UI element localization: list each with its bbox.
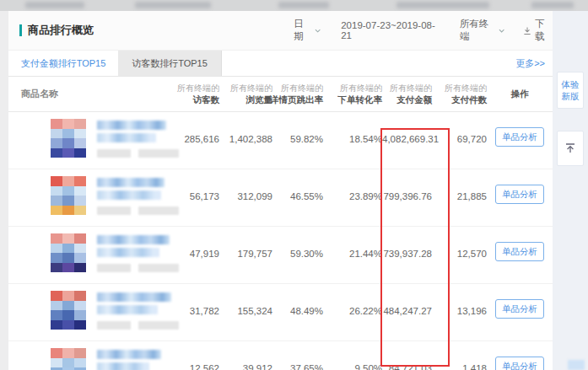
single-item-analysis-button[interactable]: 单品分析 [495,357,544,370]
page-title: 商品排行概览 [28,23,94,38]
product-thumbnail-blurred [51,176,86,215]
tabs-row: 支付金额排行TOP15 访客数排行TOP15 更多>> [8,51,553,77]
redacted-product-title-line2 [97,362,149,370]
product-info [97,292,179,330]
clipped-blob [135,2,211,8]
more-link[interactable]: 更多>> [515,51,545,76]
page-left-gutter [0,11,8,370]
bounce-rate-value: 48.49% [272,284,323,341]
product-thumbnail-blurred [51,291,86,330]
product-info [97,178,179,215]
col-header-conversion-rate: 所有终端的 下单转化率 [323,77,382,111]
payment-items-value: 21,885 [432,169,487,226]
clipped-blob [396,2,489,8]
conversion-rate-value: 23.89% [323,169,382,226]
bounce-rate-value: 37.65% [272,341,323,370]
redacted-product-title-line1 [97,292,171,302]
col-header-payment-amount: 所有终端的 支付金额 [382,77,432,111]
col-header-product-name: 商品名称 [8,77,127,111]
filter-controls: 日期 2019-07-23~2019-08-21 所有终端 下载 [294,11,553,50]
clipped-blob [25,2,84,8]
date-filter-label: 日期 [294,18,311,43]
col-header-visitors: 所有终端的 访客数 [127,77,219,111]
card-header: 商品排行概览 日期 2019-07-23~2019-08-21 所有终端 下载 [8,11,553,51]
payment-amount-value: 484,247.27 [382,284,432,341]
bounce-rate-value: 59.30% [272,227,323,283]
product-cell[interactable] [8,112,127,169]
conversion-rate-value: 21.44% [323,227,382,283]
terminal-filter-dropdown[interactable]: 所有终端 [460,18,504,43]
back-to-top-button[interactable] [557,131,584,166]
single-item-analysis-button[interactable]: 单品分析 [495,299,544,319]
product-cell[interactable] [8,169,127,226]
payment-amount-value: 799,396.76 [382,169,432,226]
redacted-product-title-line2 [97,248,159,257]
payment-amount-value: 739,937.28 [382,227,432,283]
section-title-wrap: 商品排行概览 [19,11,94,50]
payment-amount-value: 4,082,669.31 [382,112,432,169]
download-button[interactable]: 下载 [523,18,553,43]
redacted-product-title-line1 [97,178,165,187]
table-row: 285,616 1,402,388 59.82% 18.54% 4,082,66… [8,112,553,169]
clipped-blob [531,2,574,8]
views-value: 155,324 [219,284,272,341]
clipped-floating-widget [568,360,585,370]
product-thumbnail-blurred [51,119,86,158]
product-cell[interactable] [8,341,127,370]
tab-payment-amount-top15[interactable]: 支付金额排行TOP15 [8,51,118,76]
product-thumbnail-blurred [51,348,86,370]
chevron-down-icon [315,29,321,34]
product-cell[interactable] [8,227,127,283]
bounce-rate-value: 59.82% [272,112,323,169]
redacted-product-title-line2 [97,190,161,200]
payment-items-value: 12,570 [432,227,487,283]
date-filter-dropdown[interactable]: 日期 [294,18,321,43]
clipped-content-band [0,0,588,11]
payment-items-value: 1,418 [432,341,487,370]
terminal-filter-label: 所有终端 [460,18,495,43]
title-marker [19,24,22,36]
redacted-product-title-line2 [97,305,158,314]
table-row: 47,919 179,757 59.30% 21.44% 739,937.28 … [8,227,553,284]
payment-items-value: 13,196 [432,284,487,341]
date-range-picker[interactable]: 2019-07-23~2019-08-21 [341,20,437,40]
redacted-product-meta [97,206,179,215]
product-ranking-card: 商品排行概览 日期 2019-07-23~2019-08-21 所有终端 下载 [8,11,553,370]
try-new-version-button[interactable]: 体验新版 [557,72,584,109]
redacted-product-meta [97,149,179,158]
product-info [97,350,179,370]
col-header-operations: 操作 [487,77,553,111]
download-icon [523,26,531,35]
clipped-blob [278,2,329,8]
conversion-rate-value: 9.50% [323,341,382,370]
single-item-analysis-button[interactable]: 单品分析 [495,242,544,261]
payment-items-value: 69,720 [432,112,487,169]
payment-amount-value: 84,721.03 [382,341,432,370]
single-item-analysis-button[interactable]: 单品分析 [495,127,544,147]
product-cell[interactable] [8,284,127,341]
operations-cell: 单品分析 [487,112,553,169]
redacted-product-meta [97,321,179,330]
product-thumbnail-blurred [51,233,86,272]
tab-visitor-count-top15[interactable]: 访客数排行TOP15 [118,51,222,76]
col-header-views: 所有终端的 浏览量 [219,77,272,111]
download-label: 下载 [535,18,553,43]
table-body: 285,616 1,402,388 59.82% 18.54% 4,082,66… [8,112,553,370]
redacted-product-title-line1 [97,235,170,244]
table-row: 56,173 312,099 46.55% 23.89% 799,396.76 … [8,169,553,227]
views-value: 179,757 [219,227,272,283]
col-header-payment-items: 所有终端的 支付件数 [432,77,487,111]
views-value: 312,099 [219,169,272,226]
single-item-analysis-button[interactable]: 单品分析 [495,185,544,204]
try-new-version-label: 体验新版 [561,78,580,102]
back-to-top-icon [564,142,577,155]
chevron-down-icon [499,29,504,34]
redacted-product-meta [97,264,179,272]
conversion-rate-value: 18.54% [323,112,382,169]
operations-cell: 单品分析 [487,227,553,283]
operations-cell: 单品分析 [487,341,553,370]
right-side-rail: 体验新版 [553,11,588,370]
redacted-product-title-line1 [97,121,166,130]
redacted-product-title-line1 [97,350,161,359]
conversion-rate-value: 26.22% [323,284,382,341]
